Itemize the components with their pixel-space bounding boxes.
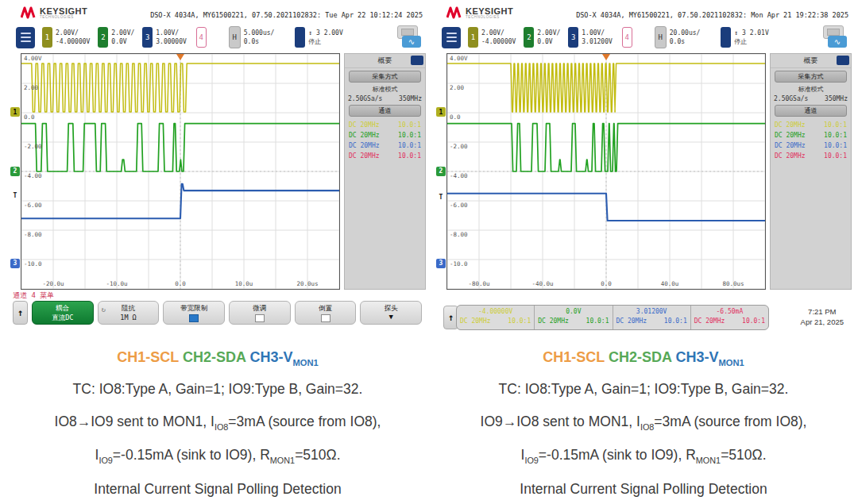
trigger-control[interactable]: ↕ 3 2.01V 停止	[721, 27, 768, 48]
trigger-level-marker[interactable]: T	[10, 190, 20, 200]
ch2-ground-marker[interactable]: 2	[436, 167, 446, 176]
clock: 7:21 PM Apr 21, 2025	[801, 306, 844, 327]
channel-value-segment[interactable]: -6.50mADC 20MHz10.0:1	[691, 306, 768, 329]
y-axis-label: 0.0	[450, 113, 461, 121]
ch1-badge[interactable]: 1	[42, 27, 52, 48]
scope-display: 4.00V2.000.0-2.00-4.00-6.00-8.00-10.0-80…	[435, 51, 852, 290]
coupling-row: DC 20MHz10.0:1	[771, 130, 851, 140]
probe-ratio: 10.0:1	[586, 317, 609, 326]
x-axis-label: 40.0u	[661, 280, 679, 287]
coupling-row: DC 20MHz10.0:1	[345, 130, 425, 140]
y-axis-label: -2.00	[450, 143, 468, 150]
ch4-badge[interactable]: 4	[622, 27, 632, 48]
oscilloscope-right: KEYSIGHT TECHNOLOGIES DSO-X 4034A, MY615…	[435, 5, 852, 330]
ch2-control[interactable]: 2 2.00V/ 0.0V	[98, 27, 134, 48]
checkbox-checked-icon[interactable]	[189, 314, 199, 322]
horizontal-control[interactable]: H 20.00us/ 0.0s	[655, 26, 701, 48]
horizontal-badge[interactable]: H	[229, 26, 241, 48]
ch1-ground-marker[interactable]: 1	[436, 107, 446, 117]
softkey-微调[interactable]: 微调	[229, 301, 291, 325]
y-axis-label: -8.00	[450, 231, 468, 238]
ch3-ground-marker[interactable]: 3	[436, 259, 446, 268]
caption-line-title: Internal Current Signal Polling Detectio…	[435, 481, 852, 498]
ch1-control[interactable]: 1 2.00V/ -4.00000V	[468, 27, 516, 48]
acquire-mode-button[interactable]: 采集方式	[349, 71, 421, 83]
x-axis-label: -40.0u	[531, 280, 553, 287]
corner-icons: ∿	[823, 25, 848, 49]
horizontal-control[interactable]: H 5.000us/ 0.0s	[229, 26, 275, 48]
grid-svg	[447, 54, 765, 289]
channel-button[interactable]: 通道	[349, 105, 421, 117]
ch3-offset: 3.01200V	[582, 37, 613, 46]
menu-icon[interactable]	[442, 27, 461, 48]
run-state: 停止	[308, 37, 342, 46]
ch2-ground-marker[interactable]: 2	[10, 167, 20, 176]
caption-line-route: IO8→IO9 sent to MON1, IIO8=3mA (source f…	[10, 414, 426, 432]
cycle-icon: ↻	[102, 305, 106, 314]
trigger-source: 3	[316, 29, 320, 37]
softkey-value: 直流DC	[33, 313, 93, 322]
channel-value: -4.00000V	[460, 307, 531, 317]
ch1-ground-marker[interactable]: 1	[10, 107, 20, 117]
ch1-badge[interactable]: 1	[468, 27, 478, 48]
acquire-mode-button[interactable]: 采集方式	[775, 71, 847, 83]
waveform-touch-icon[interactable]: ∿	[402, 36, 421, 48]
x-axis-label: 10.0u	[235, 280, 253, 287]
x-axis-label: -20.0u	[42, 280, 64, 287]
softkey-阻抗[interactable]: ↻阻抗1M Ω	[98, 301, 160, 325]
ch2-scale: 2.00V/	[537, 29, 560, 37]
softkey-带宽限制[interactable]: 带宽限制	[163, 301, 225, 325]
channel-value-segment[interactable]: 3.01200VDC 20MHz10.0:1	[613, 306, 691, 329]
caption-channel-legend: CH1-SCL CH2-SDA CH3-VMON1	[10, 349, 426, 367]
ch4-badge[interactable]: 4	[196, 27, 207, 48]
softkey-耦合[interactable]: 耦合直流DC	[32, 301, 94, 325]
panel-close-icon[interactable]	[837, 56, 849, 65]
trigger-badge[interactable]	[295, 27, 305, 48]
y-axis-label: -6.00	[24, 202, 42, 209]
ch1-offset: -4.00000V	[481, 37, 516, 46]
ch3-badge[interactable]: 3	[142, 27, 153, 48]
channel-values-box: -4.00000VDC 20MHz10.0:10.0VDC 20MHz10.0:…	[456, 305, 769, 330]
ch3-control[interactable]: 3 1.00V/ 3.01200V	[568, 27, 613, 48]
back-up-button[interactable]: ↑	[13, 301, 28, 325]
y-axis-label: -4.00	[450, 172, 468, 179]
brand-name: KEYSIGHT	[40, 7, 87, 15]
softkey-探头[interactable]: 探头▼	[360, 301, 422, 325]
ch3-badge[interactable]: 3	[568, 27, 578, 48]
caption-line-tc: TC: IO8:Type A, Gain=1; IO9:Type B, Gain…	[435, 381, 852, 398]
ch2-control[interactable]: 2 2.00V/ 0.0V	[524, 27, 560, 48]
caption-left: CH1-SCL CH2-SDA CH3-VMON1 TC: IO8:Type A…	[10, 349, 426, 504]
ch3-control[interactable]: 3 1.00V/ 3.00000V	[142, 27, 187, 48]
bandwidth: 350MHz	[399, 95, 422, 102]
trigger-level: 2.00V	[324, 29, 343, 37]
ch3-scale: 1.00V/	[582, 29, 613, 37]
trigger-control[interactable]: ↕ 3 2.00V 停止	[295, 27, 342, 48]
y-axis-label: -10.0	[450, 260, 468, 267]
checkbox-unchecked-icon[interactable]	[255, 314, 265, 322]
softkey-倒置[interactable]: 倒置	[295, 301, 357, 325]
y-axis-label: 4.00V	[450, 55, 468, 62]
menu-icon[interactable]	[16, 27, 35, 48]
horizontal-badge[interactable]: H	[655, 26, 667, 48]
y-axis-label: -8.00	[24, 231, 42, 238]
channel-value-segment[interactable]: 0.0VDC 20MHz10.0:1	[535, 306, 613, 329]
timebase-scale: 5.000us/	[244, 29, 275, 37]
ch2-badge[interactable]: 2	[98, 27, 108, 48]
probe-ratio: 10.0:1	[742, 317, 765, 326]
caption-line-tc: TC: IO8:Type A, Gain=1; IO9:Type B, Gain…	[10, 381, 426, 398]
sample-rate: 2.50GSa/s	[348, 95, 382, 102]
ch2-badge[interactable]: 2	[524, 27, 534, 48]
softkey-label: 探头	[361, 303, 421, 313]
trigger-badge[interactable]	[721, 27, 731, 48]
channel-value-segment[interactable]: -4.00000VDC 20MHz10.0:1	[457, 306, 535, 329]
ch1-control[interactable]: 1 2.00V/ -4.00000V	[42, 27, 90, 48]
waveform-touch-icon[interactable]: ∿	[828, 36, 847, 48]
trigger-level-marker[interactable]: T	[436, 192, 446, 202]
figure: KEYSIGHT TECHNOLOGIES DSO-X 4034A, MY615…	[0, 0, 858, 504]
checkbox-unchecked-icon[interactable]	[321, 314, 330, 322]
panel-close-icon[interactable]	[411, 56, 423, 65]
keysight-logo: KEYSIGHT TECHNOLOGIES	[21, 6, 87, 19]
acquire-mode-value: 标准模式	[345, 85, 425, 94]
ch3-ground-marker[interactable]: 3	[10, 259, 20, 268]
channel-button[interactable]: 通道	[775, 105, 847, 117]
